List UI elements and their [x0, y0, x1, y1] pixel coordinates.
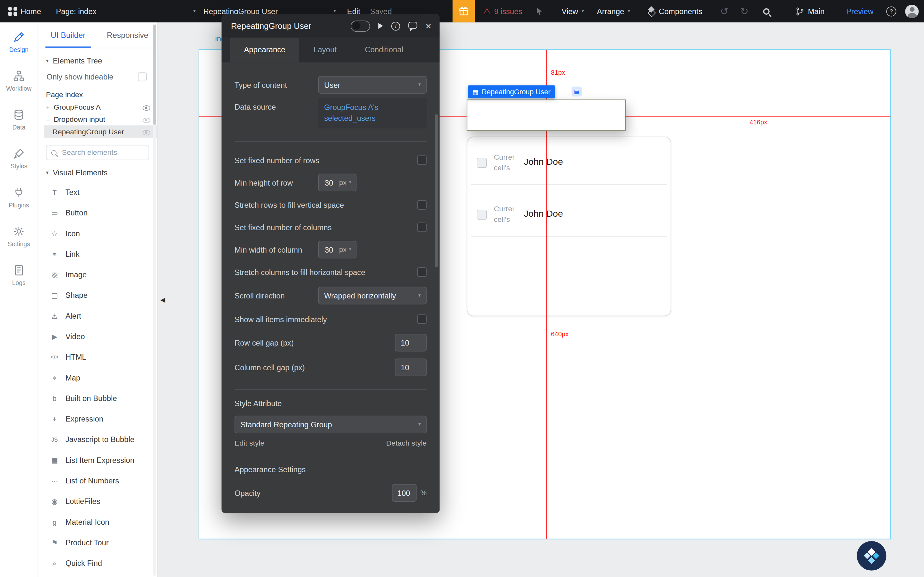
scroll-direction-dropdown[interactable]: Wrapped horizontally ▾ [318, 287, 427, 305]
element-item-list-item-expression[interactable]: ▤ List Item Expression [38, 450, 157, 470]
show-all-items-checkbox[interactable] [417, 315, 426, 324]
rail-item-styles[interactable]: Styles [0, 139, 38, 177]
element-item-html[interactable]: </> HTML [38, 347, 157, 367]
set-fixed-columns-checkbox[interactable] [417, 223, 426, 232]
element-item-quick-find[interactable]: ⌕ Quick Find [38, 553, 157, 574]
property-editor-header[interactable]: RepeatingGroup User i × [222, 14, 440, 37]
element-item-lottiefiles[interactable]: ◉ LottieFiles [38, 491, 157, 512]
comment-icon[interactable] [409, 22, 417, 29]
help-button[interactable]: ? [886, 0, 896, 23]
element-item-expression[interactable]: + Expression [38, 409, 157, 429]
page-selector-dropdown[interactable]: Page: index ▾ [56, 0, 195, 23]
tab-layout[interactable]: Layout [299, 38, 351, 63]
repeating-group-cell[interactable]: Current cell's John Doe [467, 189, 671, 241]
expander-icon[interactable]: + [46, 103, 51, 110]
only-show-hideable-checkbox[interactable] [138, 73, 147, 81]
rail-item-plugins[interactable]: Plugins [0, 178, 38, 217]
style-links-row: Edit style Detach style [234, 440, 427, 448]
visibility-eye-icon[interactable] [142, 104, 150, 113]
style-attribute-dropdown[interactable]: Standard Repeating Group ▾ [234, 416, 427, 434]
play-icon[interactable] [378, 23, 383, 29]
unit-dropdown[interactable]: px ▾ [339, 179, 356, 187]
rail-item-workflow[interactable]: Workflow [0, 61, 38, 100]
element-badge-icon[interactable] [351, 20, 370, 31]
stretch-columns-checkbox[interactable] [417, 268, 426, 277]
rail-item-settings[interactable]: Settings [0, 217, 38, 255]
column-cell-gap-input[interactable]: 10 [395, 359, 427, 376]
edit-style-link[interactable]: Edit style [234, 440, 264, 448]
element-item-video[interactable]: ▶ Video [38, 326, 157, 347]
element-item-map[interactable]: ⌖ Map [38, 367, 157, 388]
data-source-chip-icon[interactable]: ▤ [572, 87, 582, 97]
home-button[interactable]: Home [8, 0, 41, 23]
visibility-eye-icon[interactable] [142, 129, 150, 137]
rail-item-data[interactable]: Data [0, 100, 38, 139]
stretch-rows-checkbox[interactable] [417, 200, 426, 210]
tab-responsive[interactable]: Responsive [98, 23, 158, 48]
min-row-height-input[interactable]: 30 px ▾ [318, 174, 357, 192]
data-source-expression[interactable]: GroupFocus A's selected_users [318, 98, 427, 129]
search-button[interactable] [763, 0, 770, 23]
visibility-eye-icon[interactable] [142, 117, 150, 125]
tree-item-dropdown-input[interactable]: – Dropdown input [38, 113, 157, 126]
unit-dropdown[interactable]: px ▾ [339, 246, 356, 254]
view-menu[interactable]: View ▾ [561, 0, 584, 23]
gift-button[interactable] [453, 0, 475, 23]
selection-badge[interactable]: ▦ RepeatingGroup User [468, 85, 555, 98]
element-item-text[interactable]: T Text [38, 182, 157, 203]
tree-item-page-index[interactable]: Page index [38, 89, 157, 101]
search-elements-input[interactable] [61, 148, 144, 157]
element-item-list-of-numbers[interactable]: ⋯ List of Numbers [38, 471, 157, 491]
alert-icon: ⚠ [49, 312, 59, 320]
row-cell-gap-input[interactable]: 10 [395, 334, 427, 351]
selected-element-bounds[interactable] [467, 99, 626, 131]
account-button[interactable] [905, 0, 919, 23]
cursor-tool-button[interactable] [535, 0, 544, 23]
html-icon: </> [49, 354, 59, 360]
shape-icon: ▢ [49, 291, 59, 300]
element-item-image[interactable]: ▨ Image [38, 264, 157, 285]
tab-conditional[interactable]: Conditional [351, 38, 417, 63]
element-item-built-on-bubble[interactable]: b Built on Bubble [38, 388, 157, 408]
element-item-shape[interactable]: ▢ Shape [38, 285, 157, 306]
rail-item-logs[interactable]: Logs [0, 255, 38, 294]
search-elements-box [46, 145, 149, 160]
tab-appearance[interactable]: Appearance [230, 38, 299, 63]
video-icon: ▶ [49, 332, 59, 341]
elements-tree-section-header[interactable]: ▾ Elements Tree [38, 56, 157, 65]
components-button[interactable]: Components [647, 0, 702, 23]
rail-item-design[interactable]: Design [0, 23, 38, 61]
panel-collapse-handle[interactable]: ◀ [160, 296, 166, 304]
tab-ui-builder[interactable]: UI Builder [38, 23, 98, 48]
tree-item-repeatinggroup-user[interactable]: RepeatingGroup User [44, 125, 158, 138]
set-fixed-rows-checkbox[interactable] [417, 156, 426, 165]
element-item-javascript-to-bubble[interactable]: JS Javascript to Bubble [38, 429, 157, 450]
branch-selector[interactable]: Main [796, 0, 825, 23]
arrange-menu[interactable]: Arrange ▾ [597, 0, 630, 23]
panel-scrollbar[interactable] [153, 23, 156, 576]
element-item-icon[interactable]: ☆ Icon [38, 223, 157, 243]
detach-style-link[interactable]: Detach style [386, 440, 426, 448]
redo-button[interactable]: ↻ [740, 0, 748, 23]
repeating-group-cell[interactable]: Current cell's John Doe [467, 137, 671, 189]
visual-elements-section-header[interactable]: ▾ Visual Elements [38, 168, 157, 177]
scrollbar-thumb[interactable] [153, 25, 156, 125]
preview-button[interactable]: Preview [846, 0, 874, 23]
element-item-button[interactable]: ▭ Button [38, 203, 157, 223]
issues-indicator[interactable]: ⚠ 9 issues [483, 0, 522, 23]
element-item-product-tour[interactable]: ⚑ Product Tour [38, 532, 157, 553]
tree-item-groupfocus-a[interactable]: + GroupFocus A [38, 101, 157, 113]
repeating-group-element[interactable]: Current cell's John Doe Current cell's J… [467, 137, 671, 316]
type-of-content-dropdown[interactable]: User ▾ [318, 76, 427, 93]
info-icon[interactable]: i [391, 21, 401, 31]
element-item-link[interactable]: ⚭ Link [38, 243, 157, 264]
undo-button[interactable]: ↺ [720, 0, 728, 23]
opacity-input[interactable]: 100 [392, 484, 417, 502]
min-column-width-input[interactable]: 30 px ▾ [318, 241, 357, 259]
popup-scrollbar-thumb[interactable] [435, 114, 438, 268]
close-icon[interactable]: × [425, 21, 431, 31]
cell-checkbox[interactable] [477, 158, 487, 168]
element-item-material-icon[interactable]: g Material Icon [38, 512, 157, 532]
cell-checkbox[interactable] [477, 210, 487, 219]
element-item-alert[interactable]: ⚠ Alert [38, 306, 157, 326]
